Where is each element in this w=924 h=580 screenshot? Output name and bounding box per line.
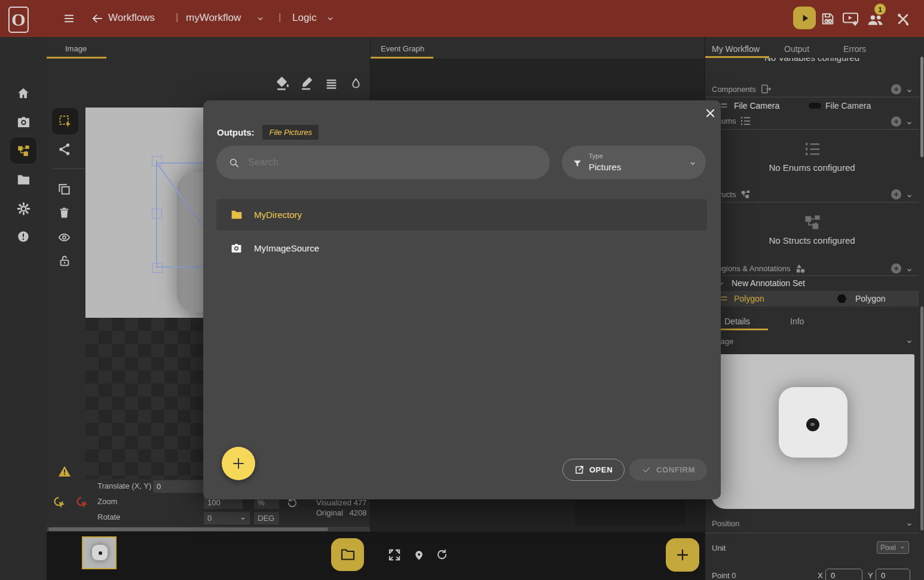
close-icon[interactable] bbox=[703, 106, 717, 120]
click-deselect-icon[interactable] bbox=[75, 495, 90, 513]
menu-icon[interactable] bbox=[62, 13, 76, 24]
center-view-icon[interactable] bbox=[413, 548, 425, 562]
screen-run-settings-icon[interactable] bbox=[842, 12, 859, 26]
camera-icon bbox=[231, 243, 242, 254]
component-type-swatch bbox=[809, 103, 821, 109]
sidebar-item-alerts[interactable] bbox=[10, 223, 36, 250]
workflow-name[interactable]: myWorkflow bbox=[186, 12, 241, 24]
h-scrollbar-thumb[interactable] bbox=[48, 527, 328, 531]
open-image-folder-button[interactable] bbox=[331, 538, 364, 571]
fit-view-icon[interactable] bbox=[388, 548, 401, 561]
tool-visibility[interactable] bbox=[56, 231, 72, 244]
type-filter-select[interactable]: Type Pictures bbox=[562, 146, 706, 179]
add-node-button[interactable] bbox=[666, 538, 699, 572]
search-box[interactable] bbox=[216, 146, 550, 179]
component-item[interactable]: File Camera bbox=[720, 101, 779, 111]
chevron-down-icon[interactable] bbox=[905, 191, 913, 202]
open-button[interactable]: OPEN bbox=[562, 459, 625, 481]
visualized-value: 477 (1 bbox=[354, 498, 369, 507]
position-section-label: Position bbox=[712, 519, 739, 528]
tab-my-workflow[interactable]: My Workflow bbox=[712, 44, 760, 54]
search-input[interactable] bbox=[247, 156, 538, 168]
tool-marquee-select[interactable] bbox=[52, 108, 78, 134]
point0-label: Point 0 bbox=[712, 571, 736, 580]
selection-handle[interactable] bbox=[152, 156, 162, 166]
annotation-set-row[interactable]: New Annotation Set bbox=[718, 278, 805, 288]
image-thumbnail[interactable] bbox=[82, 536, 117, 569]
add-struct-button[interactable] bbox=[891, 189, 901, 200]
logo-letter: O bbox=[11, 10, 25, 30]
enums-empty-text: No Enums configured bbox=[705, 162, 919, 173]
section-name[interactable]: Logic bbox=[292, 12, 317, 24]
translate-input[interactable] bbox=[153, 480, 204, 493]
detail-image-preview bbox=[711, 354, 914, 509]
list-item-name: MyImageSource bbox=[254, 243, 319, 253]
chevron-down-icon[interactable] bbox=[905, 265, 913, 276]
chevron-down-icon[interactable] bbox=[905, 337, 913, 348]
chevron-down-icon[interactable] bbox=[905, 520, 913, 530]
confirm-button[interactable]: CONFIRM bbox=[629, 459, 707, 481]
point0-x-input[interactable] bbox=[825, 569, 862, 580]
chevron-down-icon[interactable] bbox=[256, 15, 265, 23]
selection-handle[interactable] bbox=[152, 263, 163, 273]
tools-icon[interactable] bbox=[895, 12, 911, 26]
selection-edge[interactable] bbox=[157, 162, 207, 164]
save-link-icon[interactable] bbox=[820, 11, 836, 26]
sidebar-item-home[interactable] bbox=[10, 80, 36, 106]
regions-header: Regions & Annotations bbox=[712, 263, 806, 274]
marquee-select-icon bbox=[58, 114, 72, 128]
tab-image[interactable]: Image bbox=[65, 44, 87, 53]
click-select-icon[interactable] bbox=[53, 495, 67, 513]
v-scrollbar-thumb[interactable] bbox=[920, 57, 923, 157]
add-component-button[interactable] bbox=[891, 84, 901, 94]
add-enum-button[interactable] bbox=[891, 116, 901, 127]
tab-output[interactable]: Output bbox=[784, 44, 809, 54]
rotate-select[interactable]: 0 bbox=[204, 512, 250, 524]
selection-edge[interactable] bbox=[157, 266, 207, 268]
annotation-row-polygon[interactable]: Polygon Polygon bbox=[705, 291, 919, 306]
sidebar-item-settings[interactable] bbox=[10, 195, 36, 222]
tool-share-nodes[interactable] bbox=[57, 142, 72, 156]
draw-icon[interactable] bbox=[299, 76, 314, 91]
tab-info[interactable]: Info bbox=[790, 317, 804, 326]
users-icon[interactable] bbox=[867, 14, 884, 26]
breadcrumb-separator: | bbox=[279, 11, 281, 23]
selection-handle[interactable] bbox=[152, 208, 162, 219]
workflow-icon bbox=[17, 144, 30, 157]
tab-errors[interactable]: Errors bbox=[843, 44, 866, 54]
h-scrollbar-track[interactable] bbox=[47, 527, 371, 532]
list-item-directory[interactable]: MyDirectory bbox=[216, 199, 707, 231]
chevron-down-icon[interactable] bbox=[905, 118, 913, 129]
app-logo: O bbox=[8, 7, 29, 33]
add-annotation-button[interactable] bbox=[891, 263, 901, 274]
chevron-down-icon[interactable] bbox=[326, 15, 335, 23]
back-arrow-icon[interactable] bbox=[91, 13, 103, 24]
sidebar-item-workflows[interactable] bbox=[10, 137, 36, 164]
list-item-image-source[interactable]: MyImageSource bbox=[216, 232, 707, 264]
outputs-picker-dialog: Outputs: File Pictures Type Pictures MyD… bbox=[203, 100, 721, 499]
refresh-icon[interactable] bbox=[436, 548, 448, 561]
tool-lock[interactable] bbox=[58, 254, 71, 268]
translate-label: Translate (X, Y) bbox=[97, 481, 151, 490]
visualized-row: Visualized 477 (1 bbox=[316, 498, 369, 507]
search-icon bbox=[228, 157, 240, 168]
v-scrollbar-thumb[interactable] bbox=[920, 306, 923, 530]
camera-icon bbox=[17, 116, 30, 128]
unit-select[interactable]: Pixel bbox=[877, 541, 909, 554]
warning-icon bbox=[58, 465, 71, 480]
tool-duplicate[interactable] bbox=[57, 182, 71, 196]
tool-delete[interactable] bbox=[58, 206, 71, 220]
opacity-icon[interactable] bbox=[350, 76, 362, 91]
fill-color-icon[interactable] bbox=[275, 75, 290, 91]
run-workflow-button[interactable] bbox=[793, 7, 816, 29]
point0-y-input[interactable] bbox=[876, 569, 910, 580]
tab-event-graph[interactable]: Event Graph bbox=[381, 44, 424, 53]
add-output-button[interactable] bbox=[222, 447, 255, 480]
sidebar-item-camera[interactable] bbox=[10, 109, 36, 135]
tab-details[interactable]: Details bbox=[724, 317, 750, 326]
sidebar-item-files[interactable] bbox=[10, 167, 36, 193]
type-filter-value: Pictures bbox=[589, 162, 621, 172]
breadcrumb-workflows[interactable]: Workflows bbox=[108, 12, 155, 24]
layers-list-icon[interactable] bbox=[325, 78, 338, 90]
chevron-down-icon[interactable] bbox=[905, 86, 913, 97]
